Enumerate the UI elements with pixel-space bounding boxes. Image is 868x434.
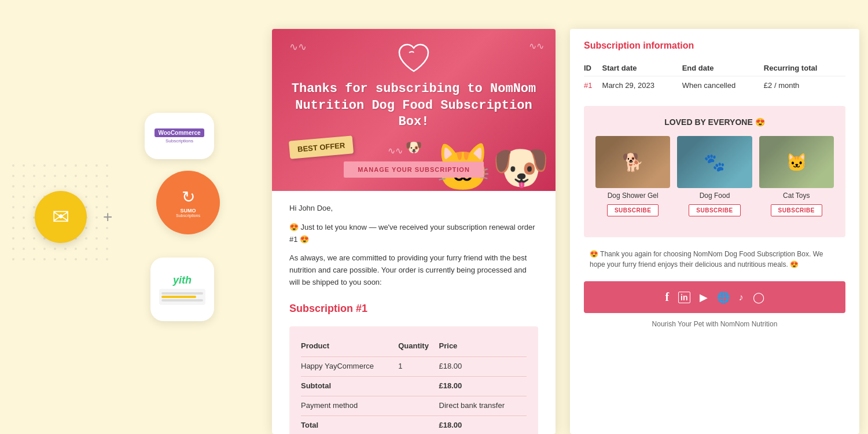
- product-card-dog-shower: 🐕 Dog Shower Gel SUBSCRIBE: [595, 136, 670, 216]
- quantity-cell: 1: [398, 357, 439, 377]
- woo-logo-sub: Subscriptions: [155, 138, 204, 144]
- cat-toys-emoji: 🐱: [786, 152, 807, 172]
- subscribe-cat-toys-button[interactable]: SUBSCRIBE: [771, 204, 822, 216]
- yith-card-lines: [159, 289, 205, 305]
- loved-title: LOVED BY EVERYONE 😍: [595, 117, 834, 127]
- subscription-info-title: Subscription information: [584, 41, 845, 51]
- banner-title: Thanks for subscribing to NomNom Nutriti…: [284, 81, 544, 131]
- left-decoration: ✉ + WooCommerce Subscriptions ↻ SUMO Sub…: [0, 0, 266, 434]
- dog-food-emoji: 🐾: [704, 152, 725, 172]
- yith-content: yith: [155, 270, 210, 310]
- subtotal-empty: [398, 377, 439, 396]
- products-grid: 🐕 Dog Shower Gel SUBSCRIBE 🐾 Dog Food SU…: [595, 136, 834, 216]
- linkedin-icon[interactable]: in: [678, 292, 690, 303]
- tiktok-icon[interactable]: ♪: [739, 292, 744, 303]
- sumo-content: ↻ SUMO Subscriptions: [176, 187, 200, 218]
- price-cell: £18.00: [439, 357, 527, 377]
- subscription-id-link[interactable]: #1: [584, 81, 592, 90]
- greeting-text: Hi John Doe,: [289, 203, 538, 215]
- youtube-icon[interactable]: ▶: [700, 291, 708, 304]
- subtotal-row: Subtotal £18.00: [301, 377, 527, 396]
- subscribe-dog-food-button[interactable]: SUBSCRIBE: [689, 204, 740, 216]
- loved-section: LOVED BY EVERYONE 😍 🐕 Dog Shower Gel SUB…: [584, 106, 845, 237]
- info-col-start: Start date: [602, 60, 682, 76]
- woocommerce-card: WooCommerce Subscriptions: [145, 113, 214, 159]
- dog-food-name: Dog Food: [677, 192, 752, 200]
- subtotal-value: £18.00: [439, 377, 527, 396]
- subscribe-dog-shower-button[interactable]: SUBSCRIBE: [607, 204, 659, 216]
- subscription-table-container: Product Quantity Price Happy YayCommerce…: [289, 326, 538, 434]
- website-icon[interactable]: 🌐: [717, 291, 730, 304]
- plugin-icons-container: WooCommerce Subscriptions ↻ SUMO Subscri…: [41, 101, 226, 333]
- total-label: Total: [301, 415, 398, 434]
- subscription-section-title: Subscription #1: [289, 300, 538, 317]
- product-name-cell: Happy YayCommerce: [301, 357, 398, 377]
- dog-emoji: 🐶: [284, 139, 544, 156]
- banner-heart-svg: [396, 42, 431, 74]
- info-end-date: When cancelled: [682, 76, 764, 95]
- sumo-refresh-icon: ↻: [176, 187, 200, 207]
- yith-logo: yith: [159, 274, 205, 286]
- payment-empty: [398, 396, 439, 415]
- dog-shower-emoji: 🐕: [622, 152, 643, 172]
- thank-you-note: 😍 Thank you again for choosing NomNom Do…: [584, 249, 845, 270]
- info-table-row: #1 March 29, 2023 When cancelled £2 / mo…: [584, 76, 845, 95]
- yith-line-3: [161, 299, 203, 301]
- total-empty: [398, 415, 439, 434]
- product-img-dog-food: 🐾: [677, 136, 752, 188]
- product-img-cat-toys: 🐱: [759, 136, 834, 188]
- info-col-recurring: Recurring total: [764, 60, 845, 76]
- col-price: Price: [439, 338, 527, 357]
- description-text: As always, we are committed to providing…: [289, 252, 538, 288]
- email-banner: ∿∿ ∿∿ ∿∿ BEST OFFER Thanks for subscribi…: [272, 29, 556, 191]
- product-card-dog-food: 🐾 Dog Food SUBSCRIBE: [677, 136, 752, 216]
- payment-label: Payment method: [301, 396, 398, 415]
- yith-line-2: [161, 296, 196, 298]
- sumo-card: ↻ SUMO Subscriptions: [156, 171, 220, 234]
- col-product: Product: [301, 338, 398, 357]
- payment-row: Payment method Direct bank transfer: [301, 396, 527, 415]
- facebook-icon[interactable]: f: [665, 290, 669, 304]
- subtotal-label: Subtotal: [301, 377, 398, 396]
- yith-card: yith: [150, 258, 214, 321]
- subscription-info-table: ID Start date End date Recurring total #…: [584, 60, 845, 94]
- info-col-end: End date: [682, 60, 764, 76]
- subscription-table: Product Quantity Price Happy YayCommerce…: [301, 338, 527, 434]
- social-footer: f in ▶ 🌐 ♪ ◯: [584, 281, 845, 313]
- email-panel-right: Subscription information ID Start date E…: [570, 29, 859, 434]
- total-value: £18.00: [439, 415, 527, 434]
- info-col-id: ID: [584, 60, 602, 76]
- table-row: Happy YayCommerce 1 £18.00: [301, 357, 527, 377]
- col-quantity: Quantity: [398, 338, 439, 357]
- sumo-title: SUMO: [176, 208, 200, 214]
- cat-toys-name: Cat Toys: [759, 192, 834, 200]
- total-row: Total £18.00: [301, 415, 527, 434]
- yith-line-1: [161, 292, 203, 295]
- email-panel-left: ∿∿ ∿∿ ∿∿ BEST OFFER Thanks for subscribi…: [272, 29, 556, 434]
- manage-subscription-button[interactable]: MANAGE YOUR SUBSCRIPTION: [344, 161, 484, 178]
- info-start-date: March 29, 2023: [602, 76, 682, 95]
- sumo-subtitle: Subscriptions: [176, 214, 200, 218]
- footer-tagline: Nourish Your Pet with NomNom Nutrition: [584, 320, 845, 328]
- product-img-dog-shower: 🐕: [595, 136, 670, 188]
- dog-shower-name: Dog Shower Gel: [595, 192, 670, 200]
- right-panel-body: Subscription information ID Start date E…: [570, 29, 859, 340]
- instagram-icon[interactable]: ◯: [753, 291, 764, 304]
- woocommerce-logo: WooCommerce Subscriptions: [155, 128, 204, 144]
- product-card-cat-toys: 🐱 Cat Toys SUBSCRIBE: [759, 136, 834, 216]
- payment-value: Direct bank transfer: [439, 396, 527, 415]
- renewal-notice: 😍 Just to let you know — we've received …: [289, 222, 538, 246]
- email-body: Hi John Doe, 😍 Just to let you know — we…: [272, 191, 556, 434]
- woo-logo-top: WooCommerce: [155, 128, 204, 137]
- info-recurring-total: £2 / month: [764, 76, 845, 95]
- banner-content: Thanks for subscribing to NomNom Nutriti…: [272, 31, 556, 189]
